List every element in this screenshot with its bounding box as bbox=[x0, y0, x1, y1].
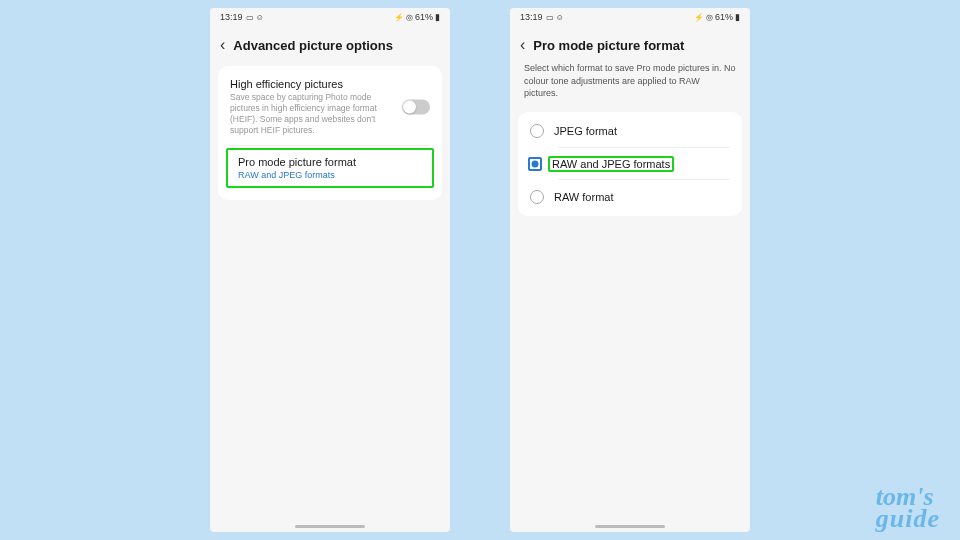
radio-raw-jpeg[interactable]: RAW and JPEG formats bbox=[518, 148, 742, 180]
status-right-icons: ⚡ ◎ bbox=[694, 13, 713, 22]
radio-icon[interactable] bbox=[530, 190, 544, 204]
home-indicator[interactable] bbox=[595, 525, 665, 528]
status-right-icons: ⚡ ◎ bbox=[394, 13, 413, 22]
radio-jpeg[interactable]: JPEG format bbox=[518, 114, 742, 148]
status-battery-pct: 61% bbox=[715, 12, 733, 22]
watermark-line2: guide bbox=[876, 508, 940, 530]
home-indicator[interactable] bbox=[295, 525, 365, 528]
page-title: Advanced picture options bbox=[233, 38, 393, 53]
status-time: 13:19 bbox=[220, 12, 243, 22]
setting-promode-title: Pro mode picture format bbox=[238, 156, 422, 168]
header: ‹ Advanced picture options bbox=[210, 24, 450, 62]
heif-toggle[interactable] bbox=[402, 100, 430, 115]
radio-jpeg-label: JPEG format bbox=[554, 125, 617, 137]
radio-icon[interactable] bbox=[530, 124, 544, 138]
watermark-logo: tom's guide bbox=[876, 486, 940, 530]
radio-icon-selected[interactable] bbox=[528, 157, 542, 171]
radio-raw-jpeg-label: RAW and JPEG formats bbox=[548, 156, 674, 172]
battery-icon: ▮ bbox=[435, 12, 440, 22]
settings-section: High efficiency pictures Save space by c… bbox=[218, 66, 442, 200]
radio-raw[interactable]: RAW format bbox=[518, 180, 742, 214]
status-left-icons: ▭ ☺ bbox=[246, 13, 264, 22]
page-description: Select which format to save Pro mode pic… bbox=[510, 62, 750, 108]
status-bar: 13:19 ▭ ☺ ⚡ ◎ 61% ▮ bbox=[510, 8, 750, 24]
setting-promode-highlighted[interactable]: Pro mode picture format RAW and JPEG for… bbox=[226, 148, 434, 188]
setting-heif-title: High efficiency pictures bbox=[230, 78, 430, 90]
status-bar: 13:19 ▭ ☺ ⚡ ◎ 61% ▮ bbox=[210, 8, 450, 24]
setting-heif[interactable]: High efficiency pictures Save space by c… bbox=[218, 68, 442, 146]
battery-icon: ▮ bbox=[735, 12, 740, 22]
radio-raw-label: RAW format bbox=[554, 191, 614, 203]
header: ‹ Pro mode picture format bbox=[510, 24, 750, 62]
setting-promode-sub: RAW and JPEG formats bbox=[238, 170, 422, 180]
status-battery-pct: 61% bbox=[415, 12, 433, 22]
page-title: Pro mode picture format bbox=[533, 38, 684, 53]
phone-screenshot-1: 13:19 ▭ ☺ ⚡ ◎ 61% ▮ ‹ Advanced picture o… bbox=[210, 8, 450, 532]
phone-screenshot-2: 13:19 ▭ ☺ ⚡ ◎ 61% ▮ ‹ Pro mode picture f… bbox=[510, 8, 750, 532]
status-time: 13:19 bbox=[520, 12, 543, 22]
setting-heif-desc: Save space by capturing Photo mode pictu… bbox=[230, 92, 430, 136]
status-left-icons: ▭ ☺ bbox=[546, 13, 564, 22]
radio-section: JPEG format RAW and JPEG formats RAW for… bbox=[518, 112, 742, 216]
back-icon[interactable]: ‹ bbox=[520, 36, 525, 54]
back-icon[interactable]: ‹ bbox=[220, 36, 225, 54]
